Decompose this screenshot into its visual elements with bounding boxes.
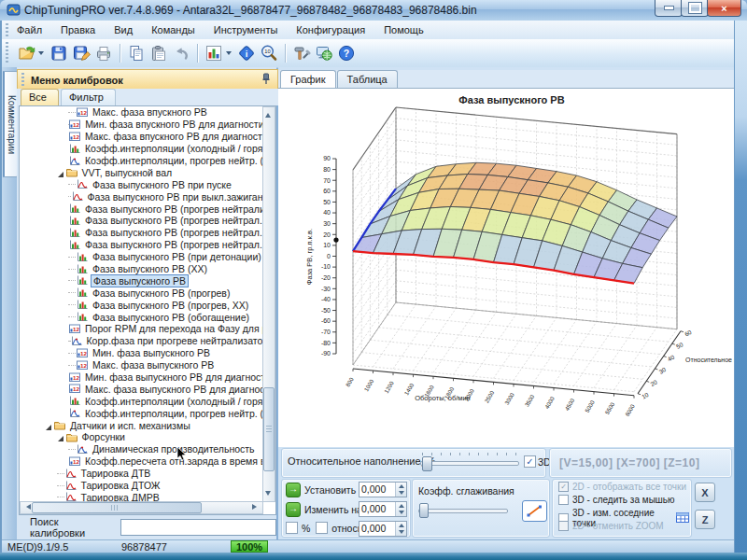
- spinner-arrows[interactable]: [395, 502, 406, 516]
- scroll-left-icon[interactable]: [23, 504, 31, 510]
- expanded-icon[interactable]: [57, 169, 64, 176]
- tree-item[interactable]: Тарировка ДТОЖ: [20, 480, 275, 492]
- set-to-spinner[interactable]: 0,000: [359, 482, 407, 497]
- tree-item-label[interactable]: Фаза выпускного РВ (прогрев нейтрализато…: [83, 203, 276, 215]
- expanded-icon[interactable]: [57, 433, 64, 441]
- expanded-icon[interactable]: [45, 422, 52, 429]
- tree-item[interactable]: Динамическая производительность: [20, 443, 275, 455]
- open-file-button[interactable]: [15, 42, 37, 64]
- tree-item[interactable]: Коэфф.интерполяции, прогрев нейтр. (холо…: [20, 407, 275, 419]
- relative-spinner[interactable]: 0,000: [359, 521, 407, 537]
- tree-item[interactable]: Фаза выпускного РВ (прогрев): [20, 287, 275, 299]
- tree-item[interactable]: Фаза выпускного РВ (при детонации): [20, 251, 275, 263]
- change-by-spinner[interactable]: 0,000: [359, 501, 407, 517]
- tree-item-label[interactable]: Коэфф.интерполяции, прогрев нейтр. (холо…: [83, 155, 276, 166]
- tree-item-label[interactable]: Макс. фаза выпускного РВ: [91, 359, 216, 371]
- tree-item-label[interactable]: Форсунки: [80, 431, 127, 442]
- cal-tab-фильтр[interactable]: Фильтр: [61, 89, 116, 105]
- option-checkbox[interactable]: [558, 521, 569, 531]
- tree-item-label[interactable]: Фаза выпускного РВ (прогрев нейтрал., ХХ…: [83, 227, 276, 238]
- tree-item-label[interactable]: Фаза выпускного РВ: [91, 274, 189, 287]
- menu-конфигурация[interactable]: Конфигурация: [294, 22, 367, 37]
- tree-item[interactable]: 12Мин. фаза выпускного РВ для диагностик…: [20, 371, 275, 384]
- tree-item[interactable]: Корр.фаза при прогреве нейтрализатора: [20, 335, 275, 347]
- tree-hscroll-thumb[interactable]: [32, 502, 202, 513]
- scroll-right-icon[interactable]: [252, 504, 260, 510]
- scroll-down-icon[interactable]: [265, 491, 271, 498]
- relative-value[interactable]: 0,000: [359, 522, 395, 536]
- smoothing-slider-thumb[interactable]: [419, 503, 429, 518]
- smoothing-slider[interactable]: [418, 509, 508, 513]
- grid-table-icon[interactable]: [676, 512, 689, 525]
- tree-item-label[interactable]: Мин. фаза выпускного РВ: [91, 347, 212, 358]
- tree-vscroll-thumb[interactable]: [263, 387, 275, 471]
- menu-файл[interactable]: Файл: [15, 22, 44, 37]
- info-button[interactable]: i: [235, 42, 258, 64]
- apply-set-button[interactable]: →: [286, 483, 301, 497]
- change-by-value[interactable]: 0,000: [359, 502, 395, 516]
- load-slider-thumb[interactable]: [422, 456, 432, 471]
- spin-down-icon[interactable]: [399, 530, 404, 537]
- tree-item-label[interactable]: Фаза выпускного РВ (обогащение): [91, 312, 251, 323]
- tree-item[interactable]: 12Макс. фаза впускного РВ: [20, 106, 275, 119]
- option-checkbox[interactable]: [558, 482, 569, 492]
- undo-button[interactable]: [170, 42, 192, 64]
- tree-item-label[interactable]: Фаза выпускного РВ при выкл.зажигания: [86, 191, 276, 203]
- print-button[interactable]: [92, 42, 115, 64]
- chart-view-button[interactable]: [203, 42, 225, 64]
- tree-item[interactable]: 12Макс. фаза впускного РВ для диагностик…: [20, 131, 275, 143]
- option-checkbox[interactable]: [558, 495, 569, 505]
- tree-item[interactable]: 12Коэфф.пересчета отн.заряда в время впр…: [20, 455, 275, 468]
- search-input[interactable]: [120, 519, 276, 536]
- spin-up-icon[interactable]: [399, 482, 404, 488]
- menu-правка[interactable]: Правка: [59, 22, 97, 37]
- tree-item-label[interactable]: VVT, выпускной вал: [80, 167, 175, 178]
- surface-chart[interactable]: -90-80-70-60-50-40-30-20-100 10 20 30 40…: [278, 89, 734, 447]
- set-to-value[interactable]: 0,000: [359, 483, 395, 497]
- tree-item[interactable]: Датчики и исп. механизмы: [20, 419, 275, 431]
- percent-checkbox[interactable]: [286, 522, 298, 534]
- tree-item[interactable]: Фаза выпускного РВ (прогрев нейтрал., ХХ…: [20, 227, 275, 239]
- tree-item[interactable]: Фаза выпускного РВ при пуске: [20, 178, 275, 190]
- view-tab-table[interactable]: Таблица: [337, 70, 398, 88]
- tree-item-label[interactable]: Мин. фаза выпускного РВ для диагностики: [83, 371, 276, 383]
- tree-item-label[interactable]: Корр.фаза при прогреве нейтрализатора: [85, 335, 276, 346]
- tree-vscrollbar[interactable]: [262, 106, 275, 502]
- tree-item-label[interactable]: Макс. фаза впускного РВ для диагностики: [83, 131, 276, 142]
- tree-item-label[interactable]: Тарировка ДТОЖ: [79, 480, 162, 491]
- tree-item-label[interactable]: Фаза выпускного РВ при пуске: [91, 179, 233, 190]
- spin-up-icon[interactable]: [399, 501, 404, 508]
- spin-down-icon[interactable]: [399, 491, 404, 497]
- edit-curve-button[interactable]: [522, 500, 547, 522]
- copy-button[interactable]: [125, 42, 148, 64]
- tree-item-label[interactable]: Макс. фаза выпускного РВ для диагностики: [83, 384, 276, 395]
- open-file-dropdown-icon[interactable]: [38, 51, 44, 55]
- tree-item-label[interactable]: Макс. фаза впускного РВ: [91, 106, 209, 118]
- spin-down-icon[interactable]: [399, 511, 404, 517]
- tree-item-label[interactable]: Коэфф.интерполяции (холодный / горячий ): [83, 143, 276, 154]
- menu-команды[interactable]: Команды: [149, 22, 197, 37]
- tree-item-label[interactable]: Фаза выпускного РВ (прогрев нейтрал., ХХ…: [83, 239, 276, 250]
- cal-tab-все[interactable]: Все: [21, 89, 59, 105]
- tree-item[interactable]: VVT, выпускной вал: [20, 166, 275, 178]
- tree-item[interactable]: Фаза выпускного РВ (обогащение): [20, 311, 275, 323]
- tree-item[interactable]: Тарировка ДТВ: [20, 468, 275, 480]
- load-slider[interactable]: [420, 461, 519, 466]
- tree-item-label[interactable]: Мин. фаза впускного РВ для диагностики: [83, 119, 275, 130]
- tree-item-label[interactable]: Тарировка ДТВ: [79, 468, 153, 479]
- tree-item[interactable]: Коэфф.интерполяции (холодный / горячий ): [20, 395, 275, 407]
- menu-инструменты[interactable]: Инструменты: [212, 22, 280, 37]
- save-button[interactable]: [48, 42, 70, 64]
- tree-item[interactable]: Фаза выпускного РВ (прогрев нейтрал., хо…: [20, 215, 275, 227]
- zoom-10-button[interactable]: 10: [258, 42, 280, 64]
- tree-item[interactable]: Форсунки: [20, 431, 275, 443]
- chart-view-dropdown-icon[interactable]: [226, 51, 232, 55]
- pin-icon[interactable]: [261, 73, 272, 87]
- relative-checkbox[interactable]: [316, 522, 328, 534]
- tree-item[interactable]: 12Мин. фаза выпускного РВ: [20, 347, 275, 359]
- tree-item[interactable]: 12Макс. фаза выпускного РВ: [20, 359, 275, 371]
- spinner-arrows[interactable]: [395, 483, 406, 497]
- window-frame-right[interactable]: [734, 21, 747, 553]
- close-button[interactable]: ×: [707, 0, 741, 17]
- minimize-button[interactable]: [655, 0, 683, 17]
